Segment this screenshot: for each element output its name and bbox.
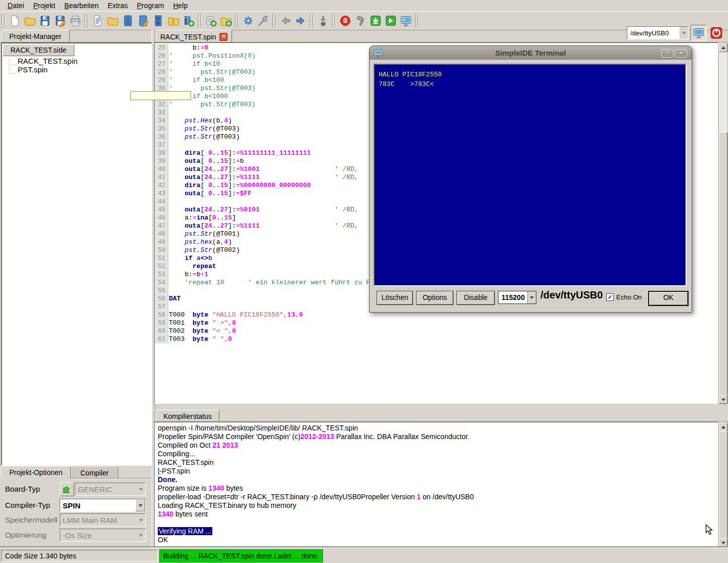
baud-rate-combo[interactable]: 115200 xyxy=(498,291,536,304)
tree-item-pst[interactable]: PST.spin xyxy=(9,65,48,74)
echo-on-checkbox[interactable]: ✓ xyxy=(606,293,614,301)
save-as-button[interactable] xyxy=(53,13,68,28)
project-tree-panel[interactable]: RACK_TEST.side RACK_TEST.spin PST.spin xyxy=(1,42,153,466)
port-combo-arrow[interactable] xyxy=(679,27,688,39)
menu-program[interactable]: Program xyxy=(132,1,169,11)
save-button[interactable] xyxy=(37,13,53,28)
editor-tab-rack-test[interactable]: RACK_TEST.spin ✕ xyxy=(156,30,232,44)
blue-doc-icon xyxy=(122,15,134,27)
terminal-toggle-button[interactable] xyxy=(691,25,707,41)
menu-extras[interactable]: Extras xyxy=(103,1,132,11)
add-tab-button[interactable] xyxy=(203,13,218,28)
run-program-icon xyxy=(385,15,397,27)
tree-item-rack-test[interactable]: RACK_TEST.spin xyxy=(9,57,77,65)
terminal-port-label: /dev/ttyUSB0 xyxy=(540,289,603,301)
forward-arrow-button[interactable] xyxy=(293,13,308,28)
options-button[interactable]: Options xyxy=(416,291,453,305)
port-combo[interactable]: /dev/ttyUSB0 xyxy=(627,26,689,39)
close-doc-button[interactable] xyxy=(151,13,166,28)
load-ram-button[interactable] xyxy=(368,13,383,28)
blue-doc-button[interactable] xyxy=(120,13,135,28)
disable-button[interactable]: Disable xyxy=(457,291,495,305)
scroll-down-icon[interactable] xyxy=(719,538,727,547)
output-vertical-scrollbar[interactable] xyxy=(718,422,728,547)
chevron-down-icon[interactable] xyxy=(527,291,536,304)
scroll-thumb[interactable] xyxy=(719,431,727,539)
board-config-button[interactable] xyxy=(60,482,74,496)
scroll-thumb[interactable] xyxy=(719,132,727,396)
run-terminal-button[interactable] xyxy=(398,13,414,28)
terminal-line: 783C >783C< xyxy=(379,80,434,88)
menu-bearbeiten[interactable]: Bearbeiten xyxy=(60,1,103,11)
menu-datei[interactable]: Datei xyxy=(3,1,29,11)
side-file-tab[interactable]: RACK_TEST.side xyxy=(3,44,74,56)
editor-vertical-scrollbar[interactable] xyxy=(718,43,728,404)
menu-help[interactable]: Help xyxy=(168,1,192,11)
terminal-window[interactable]: SimpleIDE Terminal ^ × HALLO PIC18F2550 … xyxy=(369,46,692,313)
menu-projekt[interactable]: Projekt xyxy=(29,1,60,11)
stop-hand-button[interactable] xyxy=(338,13,353,28)
minimize-button[interactable]: ^ xyxy=(661,49,673,58)
toolbar-buttons xyxy=(0,13,421,28)
toolbar-right: /dev/ttyUSB0 xyxy=(627,25,724,41)
tree-branch-icon xyxy=(9,59,16,65)
project-manager-tab[interactable]: Projekt-Manager xyxy=(1,30,70,43)
close-doc-icon xyxy=(152,15,164,27)
clear-button[interactable]: Löschen xyxy=(377,291,413,305)
run-program-button[interactable] xyxy=(383,13,398,28)
compiler-output[interactable]: openspin -I /home/tim/Desktop/SimpleIDE/… xyxy=(154,422,718,547)
power-icon xyxy=(710,26,723,39)
settings-gear-button[interactable] xyxy=(241,13,256,28)
tab-compiler[interactable]: Compiler xyxy=(71,466,118,479)
toolbar-separator xyxy=(415,14,419,28)
open-file-icon xyxy=(24,15,36,27)
code-size-status: Code Size 1.340 bytes xyxy=(1,550,158,561)
edit-doc-button[interactable] xyxy=(135,13,151,28)
open-project-button[interactable] xyxy=(105,13,120,28)
open-file-button[interactable] xyxy=(22,13,37,28)
echo-on-label: Echo On xyxy=(616,293,642,301)
run-terminal-icon xyxy=(400,15,412,27)
file-list-button[interactable] xyxy=(90,13,105,28)
save-icon xyxy=(39,15,51,27)
optimization-select: -Os Size xyxy=(60,529,146,542)
tab-label: Kompilierstatus xyxy=(163,412,212,420)
terminal-title-bar[interactable]: SimpleIDE Terminal ^ × xyxy=(370,46,692,60)
memory-model-value: LMM Main RAM xyxy=(60,516,136,525)
terminal-line: HALLO PIC18F2550 xyxy=(379,71,442,78)
wrench-button[interactable] xyxy=(256,13,271,28)
board-type-label: Board-Typ xyxy=(5,485,40,493)
chevron-down-icon[interactable] xyxy=(135,499,145,511)
output-line: propeller-load -Dreset=dtr -r RACK_TEST.… xyxy=(155,493,718,501)
add-library-button[interactable] xyxy=(181,13,196,28)
chevron-down-icon xyxy=(136,529,145,541)
build-hammer-button[interactable] xyxy=(353,13,368,28)
forward-arrow-icon xyxy=(295,15,307,27)
compiler-type-select[interactable]: SPIN xyxy=(60,499,146,512)
tree-branch-icon xyxy=(9,68,16,74)
print-button[interactable] xyxy=(68,13,83,28)
close-tab-icon[interactable]: ✕ xyxy=(219,33,228,41)
new-file-button[interactable] xyxy=(7,13,22,28)
chevron-down-icon xyxy=(136,483,145,495)
compiler-type-label: Compiler-Typ xyxy=(5,501,50,509)
toolbar-separator xyxy=(84,14,88,28)
close-button[interactable]: × xyxy=(675,49,687,58)
chevron-down-icon xyxy=(682,32,686,36)
output-line: Verifying RAM ... xyxy=(155,527,718,536)
tab-projekt-optionen[interactable]: Projekt-Optionen xyxy=(1,466,71,479)
output-line: Propeller Spin/PASM Compiler 'OpenSpin' … xyxy=(155,432,718,441)
scroll-down-icon[interactable] xyxy=(719,395,727,404)
zip-project-button[interactable] xyxy=(166,13,181,28)
ok-button[interactable]: OK xyxy=(648,291,689,306)
build-status-badge: Building ... RACK_TEST.spin done.Ladet .… xyxy=(159,549,323,562)
reset-power-button[interactable] xyxy=(709,25,724,40)
toolbar: /dev/ttyUSB0 xyxy=(0,11,728,30)
tab-label: Projekt-Optionen xyxy=(9,468,62,477)
scroll-up-icon[interactable] xyxy=(719,44,727,52)
scroll-up-icon[interactable] xyxy=(719,423,727,431)
download-chip-button[interactable] xyxy=(315,13,331,28)
add-folder-button[interactable] xyxy=(218,13,234,28)
terminal-screen[interactable]: HALLO PIC18F2550 783C >783C< xyxy=(374,64,687,286)
back-arrow-button[interactable] xyxy=(278,13,293,28)
